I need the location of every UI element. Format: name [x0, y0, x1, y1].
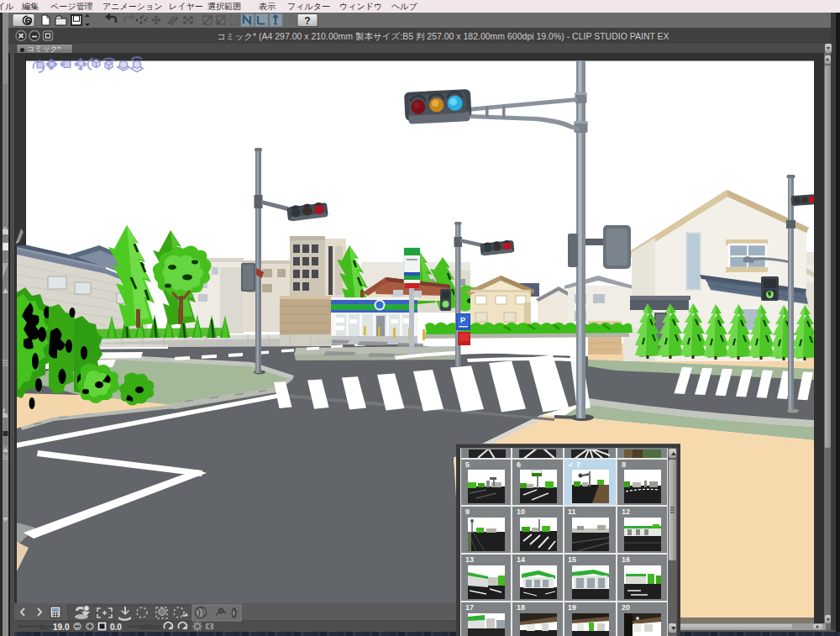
svg-text:P: P [460, 316, 465, 324]
svg-text:?: ? [304, 15, 310, 27]
svg-text:19.0: 19.0 [53, 623, 70, 632]
svg-text:0.0: 0.0 [110, 623, 122, 632]
